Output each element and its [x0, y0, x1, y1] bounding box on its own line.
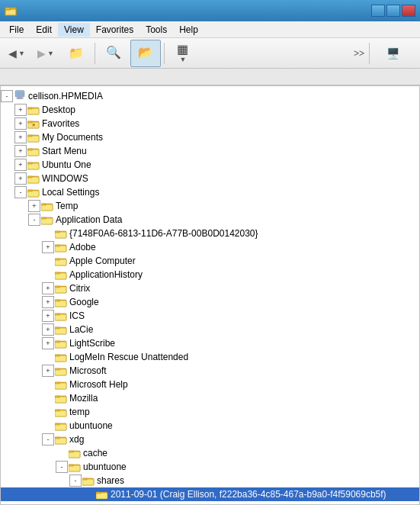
- folder-icon-folder: [55, 366, 67, 376]
- minimize-button[interactable]: [371, 5, 385, 17]
- expander-empty: [42, 351, 54, 363]
- folder-icon-folder: [27, 133, 40, 143]
- folder-icon-folder: [82, 476, 95, 486]
- expander-+[interactable]: +: [14, 104, 27, 116]
- expander--[interactable]: -: [69, 474, 82, 487]
- tree-item-label-favorites: Favorites: [42, 117, 79, 130]
- search-button[interactable]: 🔍: [98, 40, 129, 67]
- expander-+[interactable]: +: [42, 282, 54, 294]
- svg-rect-85: [69, 451, 73, 452]
- expander-+[interactable]: +: [42, 365, 54, 377]
- tree-item-label-temp: Temp: [56, 199, 78, 213]
- expander-empty: [56, 447, 68, 459]
- expander-+[interactable]: +: [42, 310, 54, 322]
- menu-help[interactable]: Help: [173, 23, 204, 37]
- tree-item-microsoft[interactable]: + Microsoft: [1, 364, 419, 378]
- tree-item-startmenu[interactable]: + Start Menu: [1, 144, 419, 158]
- tree-item-adobe[interactable]: + Adobe: [1, 240, 419, 254]
- expander-+[interactable]: +: [28, 200, 40, 212]
- tree-item-lightscribe[interactable]: + LightScribe: [1, 336, 419, 350]
- expander-+[interactable]: +: [14, 159, 27, 171]
- tree-item-apphistory[interactable]: ApplicationHistory: [1, 268, 419, 281]
- expander--[interactable]: -: [42, 433, 54, 445]
- folder-icon-folder: [27, 174, 40, 184]
- tree-item-label-apphistory: ApplicationHistory: [69, 268, 143, 281]
- tree-item-guid[interactable]: {7148F0A6-6813-11D6-A77B-00B0D0142030}: [1, 227, 419, 240]
- tree-item-google[interactable]: + Google: [1, 295, 419, 309]
- forward-arrow-icon: ▶: [37, 47, 46, 60]
- expander-+[interactable]: +: [14, 117, 27, 130]
- folder-icon-folder: [27, 160, 40, 170]
- svg-rect-9: [27, 108, 32, 109]
- folder-icon-folder: [55, 298, 67, 307]
- folder-icon-folder: [41, 201, 53, 211]
- tree-item-shares[interactable]: - shares: [1, 474, 419, 487]
- menu-favorites[interactable]: Favorites: [90, 23, 139, 37]
- back-dropdown-icon: ▼: [18, 50, 25, 57]
- menu-tools[interactable]: Tools: [139, 23, 173, 37]
- menu-file[interactable]: File: [3, 23, 30, 37]
- tree-item-ubuntuone[interactable]: + Ubuntu One: [1, 158, 419, 172]
- tree-item-ubuntuone2[interactable]: ubuntuone: [1, 419, 419, 433]
- tree-item-mshelp[interactable]: Microsoft Help: [1, 378, 419, 391]
- folder-icon-folder: [27, 188, 40, 198]
- tree-item-apple[interactable]: Apple Computer: [1, 254, 419, 268]
- folder-icon-folder: [69, 462, 81, 472]
- folders-button[interactable]: 📂: [130, 40, 161, 67]
- tree-item-favorites[interactable]: + ★ Favorites: [1, 117, 419, 130]
- close-button[interactable]: [402, 5, 415, 17]
- tree-item-label-startmenu: Start Menu: [42, 144, 87, 158]
- folder-icon-folder: [41, 215, 53, 225]
- expander-+[interactable]: +: [42, 241, 54, 253]
- expander-+[interactable]: +: [14, 145, 27, 157]
- expander--[interactable]: -: [14, 186, 27, 198]
- views-icon: ▦: [177, 43, 188, 56]
- expander--[interactable]: -: [28, 214, 40, 226]
- tree-item-logmein[interactable]: LogMeIn Rescue Unattended: [1, 350, 419, 364]
- tree-item-citrix[interactable]: + Citrix: [1, 281, 419, 295]
- tree-item-temp[interactable]: + Temp: [1, 199, 419, 213]
- back-button[interactable]: ◀ ▼: [3, 41, 30, 66]
- tree-item-ics[interactable]: + ICS: [1, 309, 419, 323]
- tree-content: - cellison.HPMEDIA+ Desktop+ ★ Favorites…: [1, 86, 419, 505]
- expander-+[interactable]: +: [42, 337, 54, 349]
- expander-+[interactable]: +: [42, 323, 54, 336]
- expander-empty: [42, 378, 54, 391]
- svg-rect-67: [55, 368, 59, 370]
- tree-item-cellison[interactable]: - cellison.HPMEDIA: [1, 89, 419, 103]
- folder-icon-folder: [55, 311, 67, 321]
- tree-item-windows[interactable]: + WINDOWS: [1, 172, 419, 185]
- up-button[interactable]: 📁: [61, 40, 91, 67]
- expander-+[interactable]: +: [42, 296, 54, 308]
- tree-item-localsettings[interactable]: - Local Settings: [1, 185, 419, 199]
- forward-button[interactable]: ▶ ▼: [32, 41, 59, 66]
- tree-item-temp2[interactable]: temp: [1, 405, 419, 419]
- tree-item-desktop[interactable]: + Desktop: [1, 103, 419, 117]
- tree-item-xdg[interactable]: - xdg: [1, 433, 419, 446]
- menu-view[interactable]: View: [58, 23, 90, 37]
- expander--[interactable]: -: [56, 461, 68, 473]
- tree-item-mydocs[interactable]: + My Documents: [1, 130, 419, 144]
- tree-item-forcme[interactable]: For CME (Craig Ellison, 192efb50-6070-41…: [1, 501, 419, 505]
- tree-item-mozilla[interactable]: Mozilla: [1, 391, 419, 405]
- more-button[interactable]: >>: [351, 48, 367, 59]
- expander-+[interactable]: +: [14, 131, 27, 143]
- folder-icon-folder: [55, 229, 67, 239]
- maximize-button[interactable]: [386, 5, 400, 17]
- tree-item-selected1[interactable]: 2011-09-01 (Craig Ellison, f222ba36-4c85…: [1, 487, 419, 501]
- expander-empty: [42, 269, 54, 281]
- tree-item-cache[interactable]: cache: [1, 446, 419, 460]
- svg-rect-73: [55, 396, 59, 397]
- views-button[interactable]: ▦ ▼: [168, 40, 198, 67]
- tree-panel[interactable]: - cellison.HPMEDIA+ Desktop+ ★ Favorites…: [0, 85, 420, 505]
- hp-view-button[interactable]: 🖥️: [371, 40, 417, 67]
- tree-item-label-desktop: Desktop: [42, 103, 75, 117]
- menu-edit[interactable]: Edit: [30, 23, 58, 37]
- search-icon: 🔍: [106, 47, 121, 59]
- tree-item-appdata[interactable]: - Application Data: [1, 213, 419, 227]
- tree-item-lacie[interactable]: + LaCie: [1, 323, 419, 336]
- expander--[interactable]: -: [1, 90, 13, 102]
- svg-rect-79: [55, 423, 59, 425]
- expander-+[interactable]: +: [14, 172, 27, 185]
- tree-item-ubuntuone3[interactable]: - ubuntuone: [1, 460, 419, 474]
